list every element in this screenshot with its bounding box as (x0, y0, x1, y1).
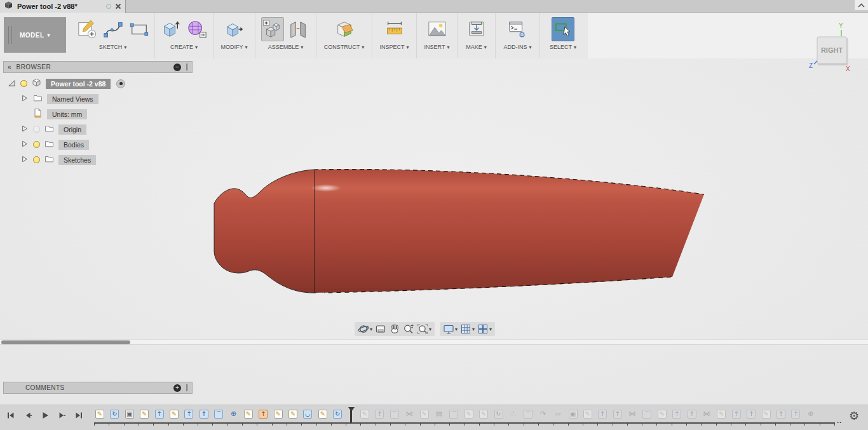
toolbar-group-label-construct[interactable]: CONSTRUCT▾ (324, 44, 365, 50)
timeline-feature-sketch-icon[interactable]: ✎ (583, 410, 592, 419)
extrude-icon[interactable] (159, 17, 182, 41)
timeline-feature-sketch-icon[interactable]: ✎ (170, 410, 179, 419)
zoom-icon[interactable] (402, 323, 415, 335)
print-3d-icon[interactable] (465, 17, 488, 41)
play-icon[interactable] (39, 410, 50, 420)
timeline-feature-fillet-icon[interactable]: ⌒ (214, 410, 223, 419)
skip-to-end-icon[interactable] (74, 410, 84, 420)
timeline-feature-mirror-icon[interactable]: ⋈ (702, 410, 711, 419)
timeline-feature-box-icon[interactable]: ▣ (569, 410, 578, 419)
chevron-down-icon[interactable]: ▾ (472, 326, 475, 332)
timeline-feature-fillet-icon[interactable]: ⌒ (642, 410, 651, 419)
timeline-feature-sketch-icon[interactable]: ✎ (95, 410, 104, 419)
skip-to-start-icon[interactable] (5, 410, 15, 420)
expand-arrow-icon[interactable] (20, 124, 29, 135)
timeline-feature-extrude-icon[interactable]: ↑ (791, 410, 800, 419)
browser-node-units-mm[interactable]: Units: mm (0, 108, 87, 120)
timeline-feature-sketch-icon[interactable]: ✎ (244, 410, 253, 419)
step-forward-icon[interactable] (57, 410, 67, 420)
timeline-feature-extrude-icon[interactable]: ↑ (732, 410, 741, 419)
window-select-icon[interactable] (552, 17, 574, 41)
toolbar-group-label-inspect[interactable]: INSPECT▾ (379, 44, 409, 50)
timeline-feature-sketch-icon[interactable]: ✎ (288, 410, 297, 419)
view-cube[interactable]: Y RIGHT Z X (808, 20, 868, 74)
scroll-up-icon[interactable] (855, 0, 868, 10)
timeline-feature-face-icon[interactable]: ▤ (435, 410, 444, 419)
toolbar-group-label-add-ins[interactable]: ADD-INS▾ (503, 44, 531, 50)
horizontal-scrollbar[interactable] (0, 339, 868, 345)
expand-arrow-icon[interactable] (20, 154, 29, 166)
timeline-feature-extrude-icon[interactable]: ↑ (598, 410, 607, 419)
tree-node-label[interactable]: Power tool -2 v88 (46, 79, 111, 89)
timeline-feature-extrude-icon[interactable]: ↑ (688, 410, 696, 419)
pan-icon[interactable] (388, 323, 401, 335)
timeline-feature-extrude-orange-icon[interactable]: ↑ (259, 410, 268, 419)
timeline-feature-extrude-icon[interactable]: ↑ (375, 410, 384, 419)
timeline-feature-sketch-icon[interactable]: ✎ (465, 410, 473, 419)
timeline-feature-circular-pattern-icon[interactable]: ⊕ (229, 410, 238, 419)
timeline-feature-extrude-icon[interactable]: ↑ (155, 410, 164, 419)
fit-icon[interactable]: ▾ (416, 323, 432, 335)
workspace-switcher[interactable]: MODEL ▾ (4, 17, 66, 53)
grid-and-snaps-icon[interactable]: ▾ (459, 323, 475, 335)
toolbar-group-label-insert[interactable]: INSERT▾ (424, 44, 450, 50)
browser-node-origin[interactable]: Origin (0, 123, 86, 135)
construction-plane-icon[interactable] (333, 17, 356, 41)
timeline-feature-fillet-ball-icon[interactable]: ◡ (303, 410, 312, 419)
panel-resize-handle[interactable] (186, 384, 188, 391)
visibility-bulb-icon[interactable] (20, 80, 27, 87)
chevron-down-icon[interactable]: ▾ (455, 326, 458, 332)
browser-node-named-views[interactable]: Named Views (0, 93, 98, 105)
step-back-icon[interactable] (22, 410, 32, 420)
create-form-icon[interactable] (186, 17, 208, 41)
timeline-feature-sketch-icon[interactable]: ✎ (360, 410, 369, 419)
expand-comments-icon[interactable]: + (173, 384, 181, 392)
timeline-feature-sweep-icon[interactable]: ↷ (539, 410, 548, 419)
expand-arrow-icon[interactable] (20, 139, 29, 151)
two-point-rectangle-icon[interactable] (128, 17, 151, 41)
timeline-feature-revolve-icon[interactable]: ↻ (110, 410, 119, 419)
timeline-feature-fillet-icon[interactable]: ⌒ (449, 410, 458, 419)
timeline-playhead-marker[interactable] (348, 407, 355, 424)
tree-node-label[interactable]: Origin (58, 124, 86, 135)
toolbar-group-label-select[interactable]: SELECT▾ (550, 44, 576, 50)
timeline-feature-sketch-icon[interactable]: ✎ (274, 410, 283, 419)
timeline-feature-pattern-icon[interactable]: ∴ (509, 410, 518, 419)
visibility-bulb-icon[interactable] (33, 141, 40, 148)
document-tab[interactable]: Power tool -2 v88* (0, 0, 126, 13)
timeline-feature-extrude-icon[interactable]: ↑ (200, 410, 208, 419)
chevron-down-icon[interactable]: ▾ (370, 326, 372, 332)
timeline-feature-revolve-icon[interactable]: ↻ (333, 410, 342, 419)
timeline-feature-mirror-icon[interactable]: ⋈ (405, 410, 414, 419)
timeline-feature-sketch-icon[interactable]: ✎ (479, 410, 488, 419)
look-at-icon[interactable] (374, 323, 387, 335)
chevron-down-icon[interactable]: ▾ (489, 326, 492, 332)
tree-node-label[interactable]: Units: mm (47, 109, 87, 119)
timeline-feature-extrude-icon[interactable]: ↑ (747, 410, 756, 419)
scrollbar-thumb[interactable] (1, 340, 130, 344)
browser-node-power-tool-2-v88[interactable]: Power tool -2 v88 (0, 77, 125, 90)
create-sketch-icon[interactable] (76, 17, 98, 41)
timeline-feature-extrude-icon[interactable]: ↑ (184, 410, 193, 419)
visibility-bulb-icon[interactable] (33, 156, 40, 163)
tree-node-label[interactable]: Bodies (58, 140, 89, 150)
timeline-feature-sketch-icon[interactable]: ✎ (140, 410, 149, 419)
tree-node-label[interactable]: Named Views (47, 94, 98, 104)
browser-node-bodies[interactable]: Bodies (0, 138, 89, 151)
expand-arrow-icon[interactable] (20, 93, 29, 105)
tree-node-label[interactable]: Sketches (58, 155, 96, 165)
timeline-feature-fillet-icon[interactable]: ⌒ (390, 410, 399, 419)
timeline-feature-sketch-icon[interactable]: ✎ (318, 410, 327, 419)
toolbar-group-label-sketch[interactable]: SKETCH▾ (99, 44, 127, 50)
timeline-feature-plane-icon[interactable]: ▱ (553, 410, 562, 419)
close-tab-icon[interactable] (115, 1, 121, 12)
toolbar-group-label-make[interactable]: MAKE▾ (466, 44, 487, 50)
activate-component-radio[interactable] (116, 79, 125, 88)
viewports-icon[interactable]: ▾ (477, 323, 492, 335)
timeline-feature-mirror-icon[interactable]: ⋈ (628, 410, 637, 419)
timeline-feature-sketch-icon[interactable]: ✎ (658, 410, 667, 419)
timeline-feature-extrude-icon[interactable]: ↑ (613, 410, 622, 419)
timeline-feature-circular-pattern-icon[interactable]: ⊕ (806, 410, 815, 419)
toolbar-group-label-create[interactable]: CREATE▾ (170, 44, 198, 50)
timeline-feature-extrude-icon[interactable]: ↑ (672, 410, 681, 419)
